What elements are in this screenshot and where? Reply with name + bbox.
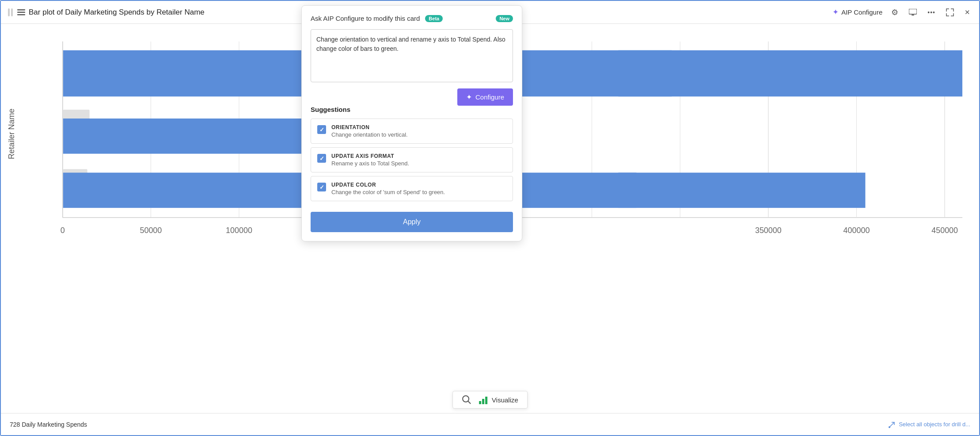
svg-text:100000: 100000 <box>226 226 252 235</box>
drill-label: Select all objects for drill d... <box>899 421 970 428</box>
more-button[interactable]: ••• <box>926 7 937 18</box>
svg-point-33 <box>463 396 469 402</box>
suggestion-desc-3: Change the color of 'sum of Spend' to gr… <box>331 189 445 195</box>
settings-icon: ⚙ <box>891 8 898 17</box>
svg-text:0: 0 <box>61 226 65 235</box>
suggestion-axis[interactable]: UPDATE AXIS FORMAT Rename y axis to Tota… <box>311 147 513 172</box>
footer-count: 728 Daily Marketing Spends <box>10 421 87 428</box>
svg-point-32 <box>889 426 890 428</box>
drill-icon <box>888 421 896 428</box>
expand-button[interactable] <box>944 7 956 18</box>
panel-header: Ask AIP Configure to modify this card Be… <box>311 15 513 22</box>
svg-rect-1 <box>17 11 25 13</box>
close-icon: ✕ <box>965 8 970 16</box>
suggestion-orientation[interactable]: ORIENTATION Change orientation to vertic… <box>311 119 513 144</box>
suggestion-desc-1: Change orientation to vertical. <box>331 131 408 138</box>
suggestion-content-3: UPDATE COLOR Change the color of 'sum of… <box>331 182 445 195</box>
search-icon <box>462 395 471 405</box>
chart-card: Bar plot of Daily Marketing Spends by Re… <box>0 0 980 436</box>
aip-panel: Ask AIP Configure to modify this card Be… <box>301 5 522 241</box>
chart-footer: 728 Daily Marketing Spends Select all ob… <box>1 413 979 435</box>
apply-button[interactable]: Apply <box>311 212 513 232</box>
visualize-button[interactable]: Visualize <box>479 395 518 405</box>
aip-configure-button[interactable]: ✦ AIP Configure <box>832 8 882 17</box>
svg-text:350000: 350000 <box>755 226 782 235</box>
settings-button[interactable]: ⚙ <box>889 6 900 19</box>
svg-line-34 <box>468 402 471 404</box>
monitor-icon <box>909 9 917 16</box>
suggestion-type-3: UPDATE COLOR <box>331 182 445 188</box>
svg-text:450000: 450000 <box>931 226 958 235</box>
suggestion-content-1: ORIENTATION Change orientation to vertic… <box>331 124 408 138</box>
suggestion-type-2: UPDATE AXIS FORMAT <box>331 153 409 159</box>
prompt-textarea[interactable]: Change orientation to vertical and renam… <box>311 29 513 82</box>
suggestion-checkbox-3[interactable] <box>317 183 326 191</box>
suggestions-section: Suggestions ORIENTATION Change orientati… <box>311 106 513 201</box>
suggestion-type-1: ORIENTATION <box>331 124 408 130</box>
svg-rect-35 <box>479 401 481 404</box>
svg-rect-2 <box>17 14 25 15</box>
search-button[interactable] <box>462 395 471 405</box>
svg-rect-26 <box>618 50 962 97</box>
suggestion-checkbox-2[interactable] <box>317 154 326 163</box>
panel-title: Ask AIP Configure to modify this card <box>311 15 420 22</box>
svg-rect-4 <box>912 15 914 15</box>
suggestion-color[interactable]: UPDATE COLOR Change the color of 'sum of… <box>311 176 513 201</box>
visualize-icon <box>479 395 488 405</box>
bottom-toolbar: Visualize <box>452 391 528 409</box>
suggestion-checkbox-1[interactable] <box>317 125 326 134</box>
suggestion-content-2: UPDATE AXIS FORMAT Rename y axis to Tota… <box>331 153 409 167</box>
suggestion-desc-2: Rename y axis to Total Spend. <box>331 160 409 167</box>
configure-btn-label: Configure <box>475 93 504 101</box>
menu-icon <box>17 8 25 16</box>
drag-handle-icon[interactable] <box>8 8 13 16</box>
more-icon: ••• <box>927 9 935 16</box>
svg-rect-0 <box>17 9 25 11</box>
sparkle-icon: ✦ <box>466 93 472 101</box>
svg-rect-36 <box>482 399 484 404</box>
beta-badge: Beta <box>425 15 443 22</box>
suggestions-title: Suggestions <box>311 106 513 113</box>
aip-star-icon: ✦ <box>832 8 839 17</box>
monitor-button[interactable] <box>907 7 919 18</box>
new-badge: New <box>496 15 513 22</box>
svg-text:Retailer Name: Retailer Name <box>7 109 16 160</box>
aip-configure-label: AIP Configure <box>841 8 882 16</box>
svg-rect-3 <box>909 9 917 14</box>
drill-link[interactable]: Select all objects for drill d... <box>888 421 970 428</box>
close-button[interactable]: ✕ <box>963 7 972 18</box>
expand-icon <box>946 8 954 16</box>
visualize-label: Visualize <box>492 396 518 404</box>
configure-button[interactable]: ✦ Configure <box>457 88 513 106</box>
header-actions: ✦ AIP Configure ⚙ ••• <box>832 6 972 19</box>
svg-rect-37 <box>485 397 487 404</box>
svg-text:50000: 50000 <box>140 226 162 235</box>
svg-text:400000: 400000 <box>843 226 870 235</box>
svg-rect-27 <box>618 172 865 208</box>
